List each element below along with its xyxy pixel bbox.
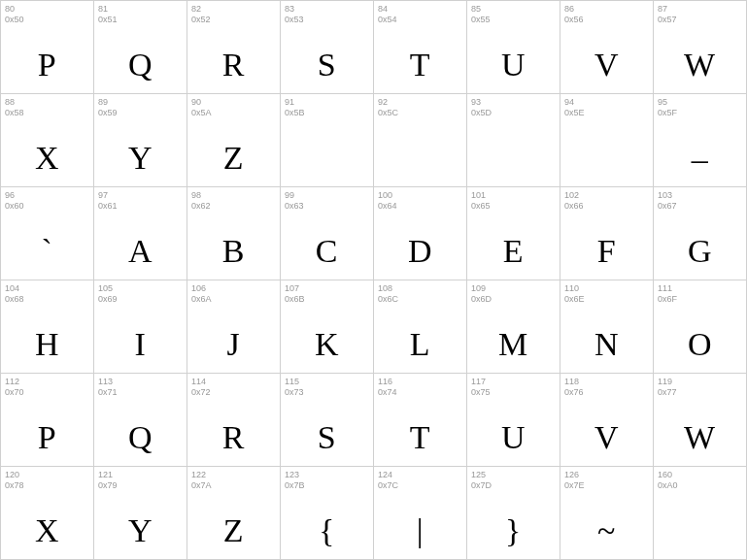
glyph-cell[interactable]: 1120x70P <box>1 374 94 467</box>
glyph-cell[interactable]: 1070x6BK <box>281 280 374 374</box>
glyph: Y <box>94 512 187 549</box>
decimal-code: 96 <box>5 190 24 201</box>
glyph-cell[interactable]: 1190x77W <box>654 374 747 467</box>
glyph-cell[interactable]: 1000x64D <box>374 187 467 280</box>
glyph-cell[interactable]: 830x53S <box>281 1 374 94</box>
glyph-cell[interactable]: 850x55U <box>467 1 560 94</box>
glyph-cell[interactable]: 1040x68H <box>1 280 94 374</box>
glyph: Q <box>94 419 187 456</box>
glyph-cell[interactable]: 920x5C <box>374 94 467 187</box>
hex-code: 0x6D <box>471 294 492 305</box>
hex-code: 0x75 <box>471 387 491 398</box>
hex-code: 0x7D <box>471 480 492 491</box>
hex-code: 0x5F <box>658 108 677 118</box>
hex-code: 0x7E <box>564 480 585 491</box>
decimal-code: 116 <box>378 377 397 387</box>
glyph-cell[interactable]: 1130x71Q <box>94 374 187 467</box>
hex-code: 0xA0 <box>658 480 678 491</box>
glyph: L <box>374 326 466 363</box>
glyph-cell[interactable]: 950x5F_ <box>654 94 747 187</box>
glyph-cell[interactable]: 1110x6FO <box>654 280 747 374</box>
glyph-cell[interactable]: 1250x7D} <box>467 467 560 560</box>
glyph-cell[interactable]: 1160x74T <box>374 374 467 467</box>
glyph: A <box>94 233 187 270</box>
glyph-cell[interactable]: 890x59Y <box>94 94 187 187</box>
glyph: B <box>187 233 280 270</box>
glyph: U <box>467 47 560 83</box>
glyph-cell[interactable]: 940x5E <box>560 94 654 187</box>
glyph-cell[interactable]: 1230x7B{ <box>281 467 374 560</box>
decimal-code: 103 <box>658 190 677 201</box>
hex-code: 0x54 <box>378 15 397 25</box>
glyph-cell[interactable]: 970x61A <box>94 187 187 280</box>
glyph-cell[interactable]: 1200x78X <box>1 467 94 560</box>
glyph-cell[interactable]: 1010x65E <box>467 187 560 280</box>
codepoint-label: 900x5A <box>191 97 212 118</box>
glyph-cell[interactable]: 1240x7C| <box>374 467 467 560</box>
glyph-cell[interactable]: 900x5AZ <box>187 94 281 187</box>
glyph: ~ <box>560 512 653 549</box>
glyph: U <box>467 419 560 456</box>
codepoint-label: 1190x77 <box>658 377 677 398</box>
codepoint-label: 1040x68 <box>5 283 24 305</box>
decimal-code: 111 <box>658 283 677 294</box>
glyph-cell[interactable]: 980x62B <box>187 187 281 280</box>
decimal-code: 160 <box>658 470 678 480</box>
glyph-cell[interactable]: 860x56V <box>560 1 654 94</box>
glyph-cell[interactable]: 880x58X <box>1 94 94 187</box>
glyph-cell[interactable]: 1060x6AJ <box>187 280 281 374</box>
glyph-cell[interactable]: 840x54T <box>374 1 467 94</box>
hex-code: 0x61 <box>98 201 118 212</box>
glyph: C <box>281 233 373 270</box>
decimal-code: 125 <box>471 470 492 480</box>
glyph-cell[interactable]: 1180x76V <box>560 374 654 467</box>
decimal-code: 81 <box>98 4 118 15</box>
codepoint-label: 1130x71 <box>98 377 118 398</box>
glyph: J <box>187 326 280 363</box>
codepoint-label: 990x63 <box>285 190 304 212</box>
glyph-cell[interactable]: 1220x7AZ <box>187 467 281 560</box>
glyph-cell[interactable]: 960x60` <box>1 187 94 280</box>
codepoint-label: 910x5B <box>285 97 305 118</box>
glyph-cell[interactable]: 810x51Q <box>94 1 187 94</box>
codepoint-label: 1200x78 <box>5 470 24 491</box>
glyph: O <box>654 326 746 363</box>
glyph: Z <box>187 140 280 177</box>
glyph-cell[interactable]: 1150x73S <box>281 374 374 467</box>
glyph-cell[interactable]: 1090x6DM <box>467 280 560 374</box>
glyph-cell[interactable]: 910x5B <box>281 94 374 187</box>
glyph-cell[interactable]: 1140x72R <box>187 374 281 467</box>
decimal-code: 101 <box>471 190 491 201</box>
decimal-code: 119 <box>658 377 677 387</box>
codepoint-label: 880x58 <box>5 97 24 118</box>
glyph-cell[interactable]: 1100x6EN <box>560 280 654 374</box>
glyph-cell[interactable]: 800x50P <box>1 1 94 94</box>
glyph-cell[interactable]: 870x57W <box>654 1 747 94</box>
glyph-cell[interactable]: 1260x7E~ <box>560 467 654 560</box>
glyph: D <box>374 233 466 270</box>
codepoint-label: 1070x6B <box>285 283 305 305</box>
decimal-code: 88 <box>5 97 24 108</box>
glyph: P <box>1 47 93 83</box>
glyph-cell[interactable]: 990x63C <box>281 187 374 280</box>
hex-code: 0x7A <box>191 480 212 491</box>
glyph-cell[interactable]: 1600xA0 <box>654 467 747 560</box>
hex-code: 0x7B <box>285 480 305 491</box>
hex-code: 0x63 <box>285 201 304 212</box>
glyph-cell[interactable]: 1170x75U <box>467 374 560 467</box>
glyph-cell[interactable]: 1210x79Y <box>94 467 187 560</box>
glyph-cell[interactable]: 1020x66F <box>560 187 654 280</box>
glyph-cell[interactable]: 820x52R <box>187 1 281 94</box>
glyph-cell[interactable]: 1050x69I <box>94 280 187 374</box>
glyph-cell[interactable]: 1080x6CL <box>374 280 467 374</box>
glyph: X <box>1 140 93 177</box>
glyph-cell[interactable]: 1030x67G <box>654 187 747 280</box>
decimal-code: 126 <box>564 470 585 480</box>
hex-code: 0x53 <box>285 15 304 25</box>
decimal-code: 112 <box>5 377 24 387</box>
codepoint-label: 1250x7D <box>471 470 492 491</box>
glyph: ` <box>1 233 93 270</box>
decimal-code: 91 <box>285 97 305 108</box>
hex-code: 0x52 <box>191 15 211 25</box>
glyph-cell[interactable]: 930x5D <box>467 94 560 187</box>
